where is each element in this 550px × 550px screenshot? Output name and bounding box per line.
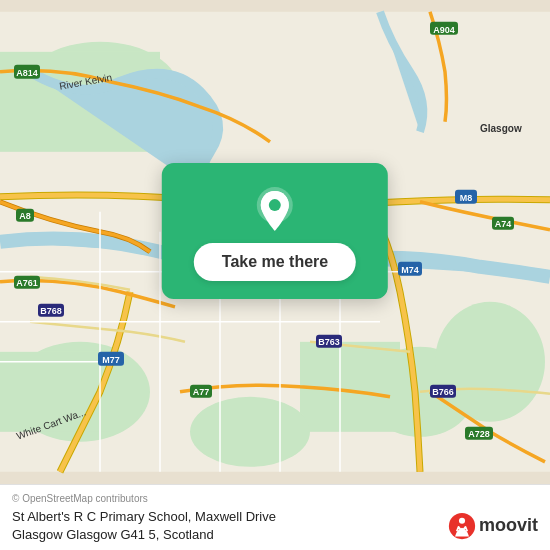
moovit-icon xyxy=(448,512,476,540)
svg-text:A761: A761 xyxy=(16,278,38,288)
moovit-logo: moovit xyxy=(448,512,538,540)
footer: © OpenStreetMap contributors St Albert's… xyxy=(0,484,550,550)
svg-text:M74: M74 xyxy=(401,265,419,275)
svg-text:A904: A904 xyxy=(433,25,455,35)
location-pin-icon xyxy=(251,185,299,233)
svg-text:A814: A814 xyxy=(16,68,38,78)
svg-text:A77: A77 xyxy=(193,387,210,397)
location-card: Take me there xyxy=(162,163,388,299)
app-container: M8 M74 M77 A814 A8 A761 A77 A74 xyxy=(0,0,550,550)
map-attribution: © OpenStreetMap contributors xyxy=(12,493,538,504)
map-area: M8 M74 M77 A814 A8 A761 A77 A74 xyxy=(0,0,550,484)
svg-text:A8: A8 xyxy=(19,211,31,221)
svg-text:M8: M8 xyxy=(460,193,473,203)
svg-text:Glasgow: Glasgow xyxy=(480,123,522,134)
svg-text:B766: B766 xyxy=(432,387,454,397)
svg-text:B763: B763 xyxy=(318,337,340,347)
svg-text:B768: B768 xyxy=(40,306,62,316)
svg-point-8 xyxy=(435,302,545,422)
location-address: St Albert's R C Primary School, Maxwell … xyxy=(12,508,438,544)
svg-text:A74: A74 xyxy=(495,219,512,229)
svg-point-5 xyxy=(190,397,310,467)
svg-text:A728: A728 xyxy=(468,429,490,439)
svg-point-52 xyxy=(459,518,465,524)
moovit-text: moovit xyxy=(479,515,538,536)
footer-bottom: St Albert's R C Primary School, Maxwell … xyxy=(12,508,538,544)
take-me-there-button[interactable]: Take me there xyxy=(194,243,356,281)
svg-text:M77: M77 xyxy=(102,355,120,365)
svg-point-50 xyxy=(269,199,281,211)
